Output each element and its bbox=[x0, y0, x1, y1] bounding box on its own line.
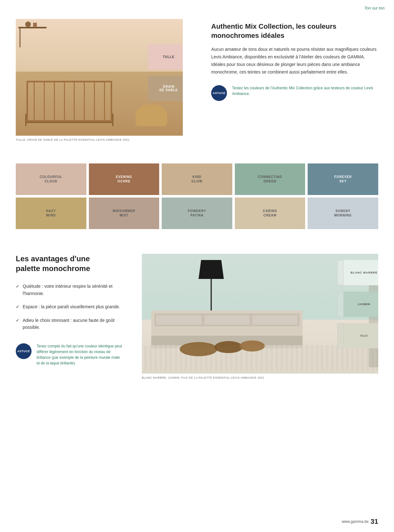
tile-hazy-wind: HAZYWIND bbox=[16, 198, 86, 229]
tile-midsummer-mist: MIDSUMMERMIST bbox=[89, 198, 159, 229]
benefit-check-2: ✓ bbox=[16, 303, 20, 310]
tile-label-midsummer-mist: MIDSUMMERMIST bbox=[113, 209, 136, 218]
benefit-text-1: Quiétude : votre intérieur respire la sé… bbox=[23, 283, 123, 297]
coffee-table-1 bbox=[180, 342, 217, 356]
swatch-blanc-marbre: BLANC MARBRE bbox=[344, 260, 378, 285]
room-image-bottom: BLANC MARBRE JASMIN FUJI bbox=[142, 254, 378, 374]
left-benefits: Les avantages d'une palette monochrome ✓… bbox=[16, 254, 123, 366]
benefits-title-line2: palette monochrome bbox=[16, 264, 90, 273]
swatch-jasmin: JASMIN bbox=[344, 292, 378, 317]
tile-label-powdery-patina: POWDERYPATINA bbox=[188, 209, 206, 218]
astuce-block-bottom: ASTUCE Tenez compte du fait qu'une coule… bbox=[16, 343, 123, 366]
astuce-badge-bottom: ASTUCE bbox=[16, 343, 32, 359]
coffee-table-3 bbox=[240, 340, 265, 352]
section-colors: COLOURFULCLOUD EVENINGOCHRE KINDGLOW CON… bbox=[0, 151, 394, 238]
section-top: TULLE GRAIN DE SABLE TULLE, GRAIN DE SAB… bbox=[0, 0, 394, 151]
benefit-item-2: ✓ Espace : la pièce paraît visuellement … bbox=[16, 303, 123, 310]
image-block-top: TULLE GRAIN DE SABLE TULLE, GRAIN DE SAB… bbox=[16, 19, 192, 141]
astuce-block-top: ASTUCE Testez les couleurs de l'Authenti… bbox=[211, 85, 378, 101]
room-image-top: TULLE GRAIN DE SABLE bbox=[16, 19, 183, 136]
top-label: Ton sur ton bbox=[364, 6, 385, 10]
swatch-tulle: TULLE bbox=[148, 44, 183, 69]
footer-url: www.gamma.be bbox=[342, 519, 368, 524]
right-image-block: BLANC MARBRE JASMIN FUJI BLANC MARBRE, J… bbox=[142, 254, 378, 379]
astuce-badge-text-bottom: ASTUCE bbox=[17, 350, 30, 353]
tile-connecting-green: CONNECTINGGREEN bbox=[235, 163, 305, 195]
swatch-thumb-3 bbox=[337, 323, 344, 348]
swatch-grain-label-line1: GRAIN bbox=[163, 85, 174, 88]
tile-label-colourful-cloud: COLOURFULCLOUD bbox=[40, 175, 62, 184]
benefits-title: Les avantages d'une palette monochrome bbox=[16, 254, 123, 273]
tile-forever-sky: FOREVERSKY bbox=[308, 163, 378, 195]
swatch-grain-label-line2: DE SABLE bbox=[159, 88, 178, 92]
astuce-text-bottom: Tenez compte du fait qu'une couleur iden… bbox=[37, 343, 123, 366]
benefits-title-line1: Les avantages d'une bbox=[16, 254, 90, 263]
tile-colourful-cloud: COLOURFULCLOUD bbox=[16, 163, 86, 195]
benefit-item-3: ✓ Adieu le choix stressant : aucune faut… bbox=[16, 317, 123, 331]
swatch-thumb-2 bbox=[337, 292, 344, 317]
swatch-blanc-marbre-label: BLANC MARBRE bbox=[351, 271, 378, 274]
tile-label-evening-ochre: EVENINGOCHRE bbox=[116, 175, 132, 184]
section-body: Aucun amateur de tons doux et naturels n… bbox=[211, 46, 378, 76]
section-title: Authentic Mix Collection, les couleurs m… bbox=[211, 22, 378, 40]
color-grid-row2: HAZYWIND MIDSUMMERMIST POWDERYPATINA CAR… bbox=[16, 198, 378, 229]
footer-page-number: 31 bbox=[371, 517, 378, 526]
page-footer: www.gamma.be 31 bbox=[342, 517, 378, 526]
tile-evening-ochre: EVENINGOCHRE bbox=[89, 163, 159, 195]
astuce-badge-top: ASTUCE bbox=[211, 85, 227, 101]
tile-kind-glow: KINDGLOW bbox=[162, 163, 232, 195]
swatch-thumb-1 bbox=[337, 260, 344, 285]
tile-label-caring-cream: CARINGCREAM bbox=[263, 209, 277, 218]
text-block-top: Authentic Mix Collection, les couleurs m… bbox=[211, 19, 378, 101]
tile-sunday-morning: SUNDAYMORNING bbox=[308, 198, 378, 229]
benefit-item-1: ✓ Quiétude : votre intérieur respire la … bbox=[16, 283, 123, 297]
benefit-text-3: Adieu le choix stressant : aucune faute … bbox=[23, 317, 123, 331]
section-bottom: Les avantages d'une palette monochrome ✓… bbox=[0, 238, 394, 392]
image-caption-bottom: BLANC MARBRE, JASMIN, FUJI DE LA PALETTE… bbox=[142, 376, 378, 379]
tile-label-hazy-wind: HAZYWIND bbox=[46, 209, 56, 218]
astuce-badge-text-top: ASTUCE bbox=[213, 92, 225, 95]
room2-lamp-shade bbox=[199, 260, 224, 279]
swatch-fuji: FUJI bbox=[344, 323, 378, 348]
swatch-grain-de-sable: GRAIN DE SABLE bbox=[148, 76, 183, 101]
benefit-text-2: Espace : la pièce paraît visuellement pl… bbox=[23, 303, 120, 310]
color-grid-row1: COLOURFULCLOUD EVENINGOCHRE KINDGLOW CON… bbox=[16, 163, 378, 195]
tile-label-kind-glow: KINDGLOW bbox=[191, 175, 202, 184]
benefit-check-1: ✓ bbox=[16, 283, 20, 297]
swatch-fuji-label: FUJI bbox=[360, 334, 368, 337]
tile-label-forever-sky: FOREVERSKY bbox=[334, 175, 352, 184]
tile-caring-cream: CARINGCREAM bbox=[235, 198, 305, 229]
image-caption-top: TULLE, GRAIN DE SABLE DE LA PALETTE ESSE… bbox=[16, 138, 192, 141]
tile-label-sunday-morning: SUNDAYMORNING bbox=[334, 209, 352, 218]
swatch-tulle-label: TULLE bbox=[163, 55, 174, 59]
benefit-check-3: ✓ bbox=[16, 317, 20, 331]
tile-label-connecting-green: CONNECTINGGREEN bbox=[258, 175, 282, 184]
astuce-text-top: Testez les couleurs de l'Authentic Mix C… bbox=[232, 85, 378, 97]
swatch-jasmin-label: JASMIN bbox=[358, 303, 370, 306]
tile-powdery-patina: POWDERYPATINA bbox=[162, 198, 232, 229]
coffee-table-2 bbox=[214, 341, 243, 353]
